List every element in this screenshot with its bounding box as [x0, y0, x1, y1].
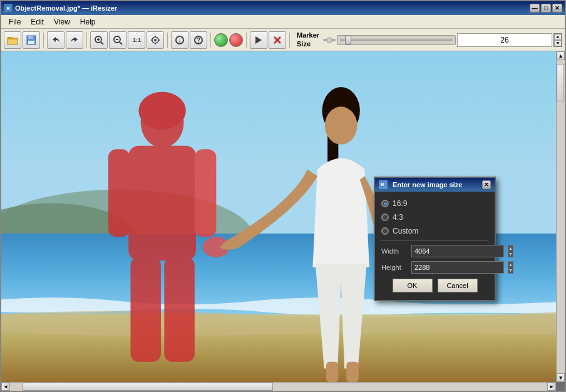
info-button[interactable]: i: [171, 31, 188, 49]
svg-rect-41: [130, 257, 160, 362]
zoom-out-button[interactable]: [109, 31, 126, 49]
width-row: Width ▲ ▼: [381, 245, 488, 257]
divider: [381, 240, 488, 241]
option-custom[interactable]: Custom: [381, 227, 488, 235]
dialog-new-image-size: R Enter new image size ✕ 16:9 4:3: [374, 177, 496, 301]
dialog-buttons: OK Cancel: [381, 279, 488, 292]
radio-4-3[interactable]: [381, 214, 389, 221]
help-button[interactable]: ?: [190, 31, 207, 49]
svg-rect-4: [8, 38, 18, 39]
close-button[interactable]: ✕: [552, 4, 562, 13]
zoom-100-button[interactable]: 1:1: [128, 31, 145, 49]
label-custom: Custom: [393, 227, 418, 235]
dialog-title-left: R Enter new image size: [379, 180, 462, 189]
svg-rect-47: [326, 362, 338, 382]
svg-text:i: i: [179, 38, 181, 44]
zoom-in-button[interactable]: [90, 31, 108, 49]
dialog-content: 16:9 4:3 Custom Width: [375, 192, 495, 300]
menu-bar: File Edit View Help: [1, 15, 565, 29]
mark-foreground-button[interactable]: [214, 33, 228, 47]
play-button[interactable]: [250, 31, 267, 49]
marker-size-label: Marker Size: [297, 31, 319, 48]
width-input[interactable]: [411, 245, 504, 257]
label-16-9: 16:9: [393, 199, 407, 208]
marker-size-up[interactable]: ▲: [554, 34, 562, 40]
svg-marker-26: [255, 36, 262, 44]
dialog-icon: R: [379, 180, 388, 189]
width-label: Width: [381, 247, 408, 255]
menu-file[interactable]: File: [4, 16, 26, 28]
width-up[interactable]: ▲: [508, 245, 513, 251]
minimize-button[interactable]: —: [530, 4, 540, 13]
height-spinner: ▲ ▼: [508, 261, 513, 274]
title-bar-controls: — □ ✕: [530, 4, 562, 13]
marker-size-down[interactable]: ▼: [554, 40, 562, 46]
marker-size-slider[interactable]: [337, 35, 456, 45]
height-down[interactable]: ▼: [508, 267, 513, 273]
redo-button[interactable]: [66, 31, 83, 49]
separator-1: [43, 33, 44, 48]
svg-text:R: R: [6, 6, 9, 11]
menu-view[interactable]: View: [49, 16, 75, 28]
svg-rect-48: [346, 362, 358, 382]
height-row: Height ▲ ▼: [381, 261, 488, 274]
width-down[interactable]: ▼: [508, 251, 513, 257]
svg-rect-6: [28, 36, 33, 39]
scroll-track-v[interactable]: [557, 60, 565, 373]
save-button[interactable]: [23, 31, 40, 49]
menu-help[interactable]: Help: [75, 16, 101, 28]
app-window: R ObjectRemoval.jpg* — iResizer — □ ✕ Fi…: [0, 0, 566, 392]
horizontal-scrollbar[interactable]: ◄ ►: [1, 382, 556, 391]
scroll-down-button[interactable]: ▼: [557, 373, 565, 382]
scroll-left-button[interactable]: ◄: [1, 383, 10, 391]
svg-text:?: ?: [197, 37, 200, 44]
svg-point-17: [154, 39, 157, 41]
zoom-fit-button[interactable]: [147, 31, 164, 49]
svg-point-46: [325, 106, 358, 144]
cancel-processing-button[interactable]: [269, 31, 286, 49]
window-title: ObjectRemoval.jpg* — iResizer: [15, 4, 117, 12]
title-bar-left: R ObjectRemoval.jpg* — iResizer: [4, 4, 117, 13]
radio-16-9[interactable]: [381, 200, 389, 207]
title-bar: R ObjectRemoval.jpg* — iResizer — □ ✕: [1, 1, 565, 15]
ok-button[interactable]: OK: [393, 279, 433, 292]
height-up[interactable]: ▲: [508, 262, 513, 267]
separator-5: [246, 33, 247, 48]
scroll-track-h[interactable]: [10, 383, 547, 391]
separator-6: [289, 33, 290, 48]
dialog-title-bar: R Enter new image size ✕: [375, 178, 495, 192]
marker-size-spinner: ▲ ▼: [553, 33, 562, 47]
vertical-scrollbar[interactable]: ▲ ▼: [556, 51, 565, 382]
svg-rect-38: [128, 146, 196, 260]
height-label: Height: [381, 264, 408, 271]
mark-background-button[interactable]: [229, 33, 243, 47]
cancel-button[interactable]: Cancel: [438, 279, 478, 292]
dialog-close-button[interactable]: ✕: [482, 180, 491, 189]
maximize-button[interactable]: □: [541, 4, 551, 13]
option-16-9[interactable]: 16:9: [381, 199, 488, 208]
height-input[interactable]: [411, 261, 504, 274]
radio-custom[interactable]: [381, 227, 389, 235]
separator-2: [86, 33, 87, 48]
svg-text:R: R: [381, 182, 384, 187]
slider-toggle-icon[interactable]: [323, 36, 336, 44]
separator-4: [210, 33, 211, 48]
undo-button[interactable]: [47, 31, 64, 49]
app-icon: R: [4, 4, 13, 13]
svg-rect-42: [164, 257, 194, 362]
scroll-up-button[interactable]: ▲: [557, 51, 565, 60]
menu-edit[interactable]: Edit: [26, 16, 49, 28]
svg-rect-30: [327, 38, 332, 43]
svg-rect-7: [28, 41, 34, 44]
option-4-3[interactable]: 4:3: [381, 213, 488, 222]
scroll-right-button[interactable]: ►: [547, 383, 556, 391]
svg-rect-39: [108, 149, 130, 237]
hscroll-thumb[interactable]: [23, 383, 273, 391]
svg-rect-40: [195, 149, 216, 237]
svg-line-11: [101, 42, 103, 44]
separator-3: [167, 33, 168, 48]
svg-line-14: [120, 42, 122, 44]
marker-size-input[interactable]: [457, 33, 552, 47]
svg-text:1:1: 1:1: [133, 37, 141, 43]
open-button[interactable]: [4, 31, 21, 49]
